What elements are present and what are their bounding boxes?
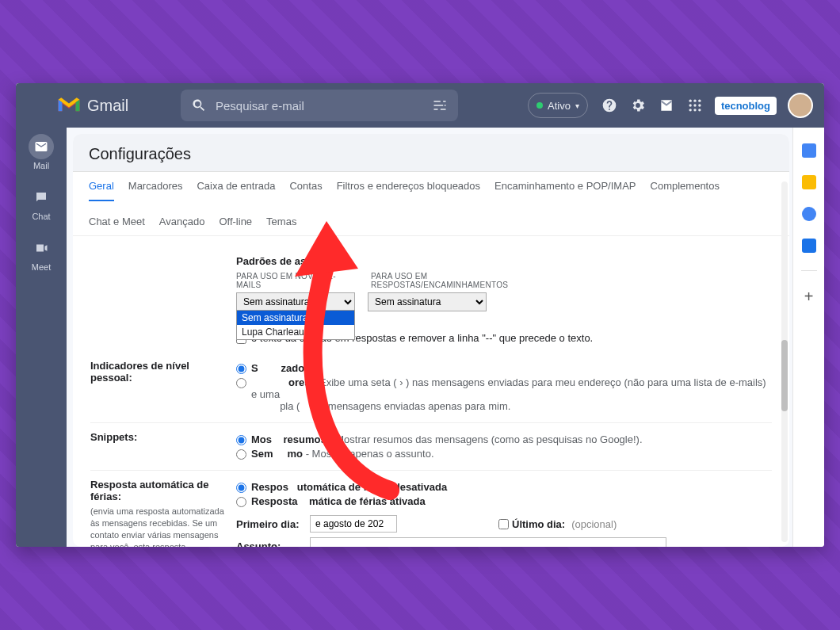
tune-icon[interactable] <box>431 97 449 114</box>
dropdown-option-lupa-charleaux[interactable]: Lupa Charleaux <box>237 325 354 339</box>
signature-reply-select[interactable]: Sem assinatura <box>368 292 487 311</box>
help-icon[interactable] <box>601 97 618 114</box>
svg-point-3 <box>689 104 691 106</box>
last-day-label: Último dia: <box>512 518 565 530</box>
nav-mail[interactable]: Mail <box>29 134 54 170</box>
keep-icon[interactable] <box>802 175 816 189</box>
vacation-radio-on[interactable] <box>236 497 246 507</box>
nav-chat-label: Chat <box>32 212 50 221</box>
snippets-label: Snippets: <box>90 431 225 462</box>
section-signature-defaults: Padrões de assinatura PARA USO EM NOVOS … <box>90 247 772 352</box>
tab-contas[interactable]: Contas <box>289 180 322 201</box>
tab-avan-ado[interactable]: Avançado <box>159 216 205 235</box>
svg-point-0 <box>689 100 691 102</box>
contacts-icon[interactable] <box>802 239 816 253</box>
tab-complementos[interactable]: Complementos <box>651 180 720 201</box>
tab-encaminhamento-e-pop-imap[interactable]: Encaminhamento e POP/IMAP <box>494 180 636 201</box>
signature-new-label: PARA USO EM NOVOS E-MAILS <box>236 272 355 289</box>
last-day-placeholder: (opcional) <box>571 518 617 530</box>
gmail-logo-icon <box>57 97 81 114</box>
tab-caixa-de-entrada[interactable]: Caixa de entrada <box>197 180 275 201</box>
search-icon[interactable] <box>190 97 208 114</box>
tab-marcadores[interactable]: Marcadores <box>128 180 183 201</box>
tasks-icon[interactable] <box>802 207 816 221</box>
subject-input[interactable] <box>310 537 666 547</box>
scrollbar-thumb[interactable] <box>781 340 788 411</box>
app-window: Gmail Ativo ▾ <box>16 83 824 547</box>
vacation-label: Resposta automática de férias: <box>90 479 209 502</box>
addons-plus-icon[interactable]: + <box>804 288 814 304</box>
nav-mail-label: Mail <box>33 161 49 170</box>
settings-body: Padrões de assinatura PARA USO EM NOVOS … <box>73 236 789 547</box>
nav-meet-label: Meet <box>32 262 51 272</box>
left-nav: Mail Chat Meet <box>16 128 67 547</box>
signature-new-dropdown-open: Sem assinatura Lupa Charleaux <box>236 310 355 340</box>
section-vacation: Resposta automática de férias: (envia um… <box>90 471 772 547</box>
calendar-icon[interactable] <box>802 143 816 158</box>
svg-point-1 <box>693 100 696 102</box>
section-snippets: Snippets: Mos resumos - Mostrar resumos … <box>90 423 772 471</box>
chevron-down-icon: ▾ <box>575 101 579 110</box>
tab-temas[interactable]: Temas <box>266 216 296 235</box>
nav-meet[interactable]: Meet <box>29 235 54 272</box>
signature-reply-label: PARA USO EM RESPOSTAS/ENCAMINHAMENTOS <box>371 272 490 289</box>
signature-new-select[interactable]: Sem assinatura <box>236 292 355 311</box>
active-status-chip[interactable]: Ativo ▾ <box>528 93 588 118</box>
svg-point-4 <box>693 104 696 106</box>
settings-tabs: GeralMarcadoresCaixa de entradaContasFil… <box>73 172 789 236</box>
indicators-radio-on[interactable] <box>236 378 246 388</box>
subject-label: Assunto: <box>236 540 304 548</box>
mail-indicator-icon[interactable] <box>658 97 675 114</box>
avatar[interactable] <box>788 93 813 118</box>
settings-header: Configurações <box>73 134 789 172</box>
indicators-label: Indicadores de nível pessoal: <box>90 360 225 414</box>
top-icons: tecnoblog <box>601 93 813 118</box>
vacation-help: (envia uma resposta automatizada às mens… <box>90 506 225 547</box>
svg-point-7 <box>693 109 696 111</box>
status-dot-icon <box>536 102 543 109</box>
main-area: Configurações GeralMarcadoresCaixa de en… <box>67 128 792 547</box>
menu-hamburger[interactable] <box>27 97 44 114</box>
gear-icon[interactable] <box>629 97 647 114</box>
snippets-radio-show[interactable] <box>236 435 246 445</box>
tab-chat-e-meet[interactable]: Chat e Meet <box>89 216 145 235</box>
nav-chat[interactable]: Chat <box>29 185 54 221</box>
product-name: Gmail <box>87 97 128 115</box>
status-label: Ativo <box>548 100 571 112</box>
svg-point-8 <box>698 109 701 111</box>
tab-off-line[interactable]: Off-line <box>219 216 252 235</box>
dropdown-option-sem-assinatura[interactable]: Sem assinatura <box>237 311 354 325</box>
right-rail: + <box>792 128 824 547</box>
scrollbar[interactable] <box>781 181 788 542</box>
tab-geral[interactable]: Geral <box>89 180 114 201</box>
first-day-input[interactable] <box>310 515 397 533</box>
search-input[interactable] <box>216 99 423 113</box>
signature-section-title: Padrões de assinatura <box>236 255 772 267</box>
vacation-radio-off[interactable] <box>236 483 246 493</box>
first-day-label: Primeiro dia: <box>236 518 304 530</box>
last-day-checkbox[interactable] <box>498 519 509 529</box>
settings-card: Configurações GeralMarcadoresCaixa de en… <box>73 134 789 547</box>
svg-point-2 <box>698 100 701 102</box>
settings-title: Configurações <box>89 145 773 163</box>
topbar: Gmail Ativo ▾ <box>16 83 824 128</box>
gmail-logo-area[interactable]: Gmail <box>57 97 168 115</box>
svg-point-5 <box>698 104 701 106</box>
svg-point-6 <box>689 109 691 111</box>
apps-grid-icon[interactable] <box>686 97 704 114</box>
snippets-radio-hide[interactable] <box>236 449 246 460</box>
tab-filtros-e-endere-os-bloqueados[interactable]: Filtros e endereços bloqueados <box>337 180 480 201</box>
section-indicators: Indicadores de nível pessoal: S zadores <box>90 352 772 423</box>
indicators-radio-off[interactable] <box>236 364 246 374</box>
search-bar[interactable] <box>181 90 458 121</box>
rail-divider <box>801 270 817 271</box>
brand-chip[interactable]: tecnoblog <box>715 97 777 115</box>
